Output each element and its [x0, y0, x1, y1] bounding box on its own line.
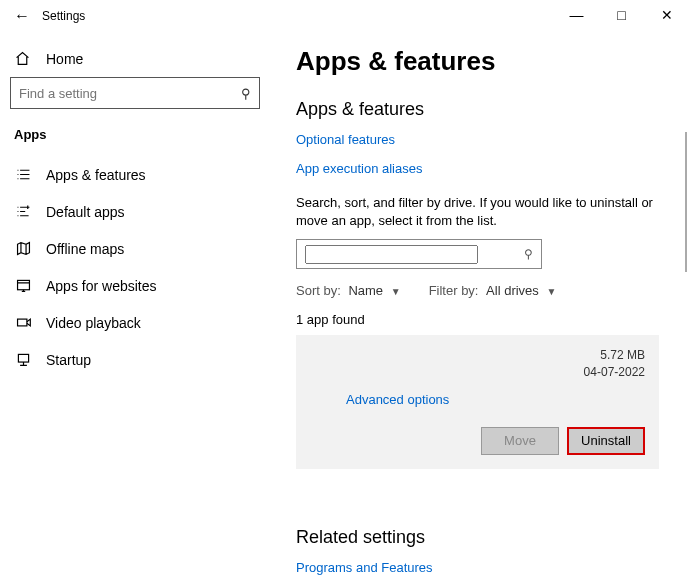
- nav-label: Default apps: [46, 204, 125, 220]
- home-icon: [14, 50, 32, 67]
- filter-by-dropdown[interactable]: Filter by: All drives ▼: [429, 283, 557, 298]
- nav-default-apps[interactable]: Default apps: [10, 193, 260, 230]
- sidebar: Home ⚲ Apps Apps & features Default apps…: [0, 32, 270, 587]
- defaults-icon: [14, 203, 32, 220]
- nav-video-playback[interactable]: Video playback: [10, 304, 260, 341]
- nav-label: Apps for websites: [46, 278, 157, 294]
- sort-by-dropdown[interactable]: Sort by: Name ▼: [296, 283, 401, 298]
- nav-label: Startup: [46, 352, 91, 368]
- window-title: Settings: [42, 9, 85, 23]
- nav-apps-features[interactable]: Apps & features: [10, 156, 260, 193]
- nav-apps-websites[interactable]: Apps for websites: [10, 267, 260, 304]
- app-date: 04-07-2022: [584, 364, 645, 381]
- link-optional-features[interactable]: Optional features: [296, 132, 395, 147]
- svg-rect-2: [18, 354, 28, 362]
- link-programs-features[interactable]: Programs and Features: [296, 560, 433, 575]
- home-label: Home: [46, 51, 83, 67]
- section-description: Search, sort, and filter by drive. If yo…: [296, 194, 669, 229]
- move-button: Move: [481, 427, 559, 455]
- app-search[interactable]: ⚲: [296, 239, 542, 269]
- link-advanced-options[interactable]: Advanced options: [346, 392, 449, 407]
- settings-search-input[interactable]: [19, 86, 241, 101]
- app-search-input[interactable]: [305, 245, 478, 264]
- content-pane: Apps & features Apps & features Optional…: [270, 32, 689, 587]
- nav-startup[interactable]: Startup: [10, 341, 260, 378]
- related-heading: Related settings: [296, 527, 669, 548]
- link-execution-aliases[interactable]: App execution aliases: [296, 161, 422, 176]
- uninstall-button[interactable]: Uninstall: [567, 427, 645, 455]
- back-icon[interactable]: ←: [8, 7, 36, 25]
- maximize-button[interactable]: □: [599, 0, 644, 30]
- search-icon: ⚲: [241, 86, 251, 101]
- window-controls: ― □ ✕: [554, 0, 689, 30]
- chevron-down-icon: ▼: [546, 286, 556, 297]
- chevron-down-icon: ▼: [391, 286, 401, 297]
- section-label: Apps: [10, 125, 260, 156]
- minimize-button[interactable]: ―: [554, 0, 599, 30]
- settings-search[interactable]: ⚲: [10, 77, 260, 109]
- page-title: Apps & features: [296, 46, 669, 77]
- nav-label: Video playback: [46, 315, 141, 331]
- app-size: 5.72 MB: [584, 347, 645, 364]
- app-list-item[interactable]: 5.72 MB 04-07-2022 Advanced options Move…: [296, 335, 659, 469]
- nav-offline-maps[interactable]: Offline maps: [10, 230, 260, 267]
- section-heading: Apps & features: [296, 99, 669, 120]
- svg-rect-1: [17, 319, 26, 326]
- close-button[interactable]: ✕: [644, 0, 689, 30]
- result-count: 1 app found: [296, 312, 669, 327]
- video-icon: [14, 314, 32, 331]
- map-icon: [14, 240, 32, 257]
- home-nav[interactable]: Home: [10, 44, 260, 77]
- list-icon: [14, 166, 32, 183]
- nav-label: Apps & features: [46, 167, 146, 183]
- website-icon: [14, 277, 32, 294]
- search-icon: ⚲: [524, 247, 533, 261]
- startup-icon: [14, 351, 32, 368]
- svg-rect-0: [17, 280, 29, 289]
- nav-label: Offline maps: [46, 241, 124, 257]
